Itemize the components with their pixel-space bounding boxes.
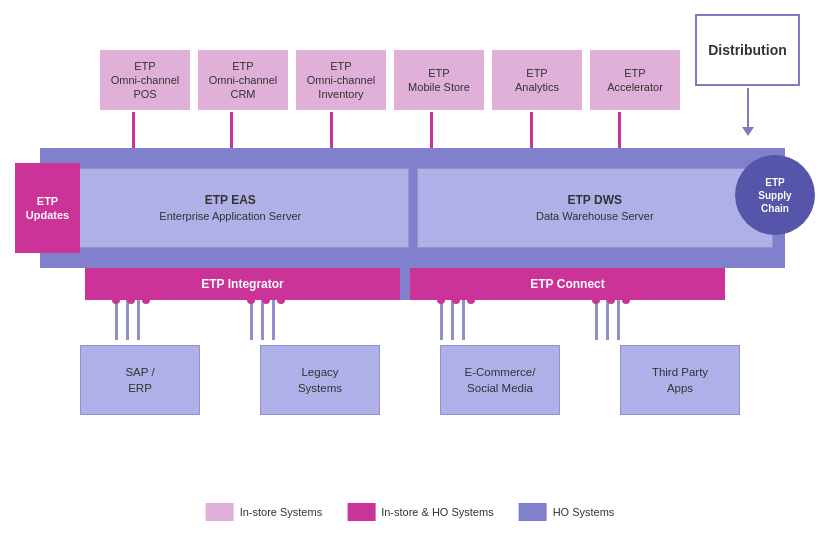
module-pos: ETPOmni-channelPOS [100, 50, 190, 110]
module-pos-label: ETPOmni-channelPOS [111, 59, 179, 102]
distribution-arrow [747, 88, 749, 128]
dot-pipe-r2 [607, 296, 615, 304]
pipe-12 [617, 300, 620, 340]
pipe-1 [115, 300, 118, 340]
dot-pipe-cl2 [262, 296, 270, 304]
legacy-label: LegacySystems [298, 364, 342, 396]
pipes-cl [250, 300, 275, 340]
supply-chain-circle: ETPSupplyChain [735, 155, 815, 235]
pipe-2 [126, 300, 129, 340]
dot-pipe-r3 [622, 296, 630, 304]
eas-box: ETP EAS Enterprise Application Server [52, 168, 409, 248]
connector-analytics [530, 112, 533, 150]
pipe-4 [250, 300, 253, 340]
connector-inventory [330, 112, 333, 150]
legend-ho-label: HO Systems [553, 506, 615, 518]
dot-pipe-cr3 [467, 296, 475, 304]
integrator-left: ETP Integrator [85, 268, 400, 300]
dot-pipe-l3 [142, 296, 150, 304]
ecommerce-label: E-Commerce/Social Media [465, 364, 536, 396]
pipe-9 [462, 300, 465, 340]
legend-instore-ho-box [347, 503, 375, 521]
connector-mobile [430, 112, 433, 150]
connector-crm [230, 112, 233, 150]
dot-pipe-l2 [127, 296, 135, 304]
module-crm-label: ETPOmni-channelCRM [209, 59, 277, 102]
module-mobile-label: ETPMobile Store [408, 66, 470, 95]
pipes-right [595, 300, 620, 340]
etp-updates-label: ETPUpdates [26, 194, 69, 223]
connect-label: ETP Connect [530, 277, 604, 291]
dws-box: ETP DWS Data Warehouse Server [417, 168, 774, 248]
pipes-left [115, 300, 140, 340]
bottom-boxes: SAP /ERP LegacySystems E-Commerce/Social… [55, 345, 765, 415]
dot-pipe-cr1 [437, 296, 445, 304]
module-analytics: ETPAnalytics [492, 50, 582, 110]
legend-ho: HO Systems [519, 503, 615, 521]
pipe-3 [137, 300, 140, 340]
pipes-cr [440, 300, 465, 340]
module-analytics-label: ETPAnalytics [515, 66, 559, 95]
dws-subtitle: Data Warehouse Server [536, 209, 654, 224]
connector-pos [132, 112, 135, 150]
main-block: ETP EAS Enterprise Application Server ET… [40, 148, 785, 268]
sap-box: SAP /ERP [80, 345, 200, 415]
pipe-7 [440, 300, 443, 340]
module-accelerator: ETPAccelerator [590, 50, 680, 110]
legend-instore-label: In-store Systems [240, 506, 323, 518]
module-inventory-label: ETPOmni-channelInventory [307, 59, 375, 102]
distribution-box: Distribution [695, 14, 800, 86]
integrator-bar: ETP Integrator ETP Connect [85, 268, 725, 300]
eas-title: ETP EAS [205, 192, 256, 209]
integrator-gap [400, 268, 410, 300]
dot-pipe-l1 [112, 296, 120, 304]
connector-accelerator [618, 112, 621, 150]
pipe-5 [261, 300, 264, 340]
pipe-11 [606, 300, 609, 340]
integrator-label: ETP Integrator [201, 277, 283, 291]
legend-instore-ho-label: In-store & HO Systems [381, 506, 493, 518]
ecommerce-box: E-Commerce/Social Media [440, 345, 560, 415]
module-crm: ETPOmni-channelCRM [198, 50, 288, 110]
legend-instore: In-store Systems [206, 503, 323, 521]
legend-instore-box [206, 503, 234, 521]
legacy-box: LegacySystems [260, 345, 380, 415]
legend-ho-box [519, 503, 547, 521]
diagram-container: Distribution ETPOmni-channelPOS ETPOmni-… [0, 0, 820, 533]
sap-label: SAP /ERP [125, 364, 154, 396]
module-mobile: ETPMobile Store [394, 50, 484, 110]
supply-chain-label: ETPSupplyChain [758, 176, 791, 215]
pipe-10 [595, 300, 598, 340]
dot-pipe-r1 [592, 296, 600, 304]
module-inventory: ETPOmni-channelInventory [296, 50, 386, 110]
pipe-8 [451, 300, 454, 340]
dot-pipe-cr2 [452, 296, 460, 304]
distribution-label: Distribution [708, 42, 787, 58]
eas-subtitle: Enterprise Application Server [159, 209, 301, 224]
connect-right: ETP Connect [410, 268, 725, 300]
dws-title: ETP DWS [568, 192, 622, 209]
thirdparty-box: Third PartyApps [620, 345, 740, 415]
pipe-6 [272, 300, 275, 340]
legend-instore-ho: In-store & HO Systems [347, 503, 493, 521]
top-modules: ETPOmni-channelPOS ETPOmni-channelCRM ET… [100, 50, 680, 110]
legend: In-store Systems In-store & HO Systems H… [206, 503, 615, 521]
module-accelerator-label: ETPAccelerator [607, 66, 663, 95]
thirdparty-label: Third PartyApps [652, 364, 708, 396]
etp-updates-box: ETPUpdates [15, 163, 80, 253]
dot-pipe-cl1 [247, 296, 255, 304]
dot-pipe-cl3 [277, 296, 285, 304]
